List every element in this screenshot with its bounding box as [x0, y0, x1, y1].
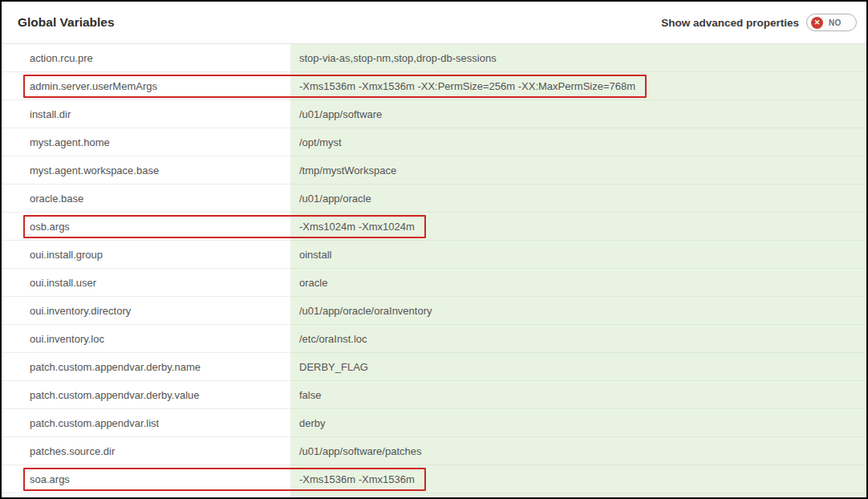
variable-name: osb.args	[30, 221, 70, 233]
table-row: patch.custom.appendvar.derby.name DERBY_…	[2, 353, 866, 381]
table-row: myst.agent.workspace.base /tmp/mystWorks…	[2, 156, 866, 185]
variable-name-cell: patch.custom.appendvar.derby.name	[2, 353, 290, 381]
variable-name-cell: oui.inventory.loc	[2, 325, 290, 353]
variable-value-cell[interactable]: /u01/app/software/patches	[290, 437, 866, 465]
table-row: oracle.base /u01/app/oracle	[2, 185, 866, 213]
variable-value: /u01/app/software/patches	[299, 445, 422, 457]
table-row: install.dir /u01/app/software	[2, 100, 866, 128]
variable-value: /etc/oraInst.loc	[299, 333, 367, 345]
variable-value-cell[interactable]: /opt/myst	[290, 128, 866, 156]
variable-value-cell[interactable]: /tmp/mystWorkspace	[290, 156, 866, 185]
table-row: oui.inventory.directory /u01/app/oracle/…	[2, 297, 866, 325]
variable-name-cell: patches.source.dir	[2, 437, 290, 465]
variable-value-cell[interactable]: stop-via-as,stop-nm,stop,drop-db-session…	[290, 44, 866, 72]
variable-value: -Xms1536m -Xmx1536m	[299, 473, 415, 485]
variable-name: soa.args	[30, 473, 70, 485]
variable-value-cell[interactable]: /u01/app/oracle/oraInventory	[290, 297, 866, 325]
table-row: osb.args -Xms1024m -Xmx1024m	[2, 213, 866, 241]
toggle-state-text: NO	[829, 18, 842, 27]
variable-name-cell: install.dir	[2, 100, 290, 128]
variable-name: patch.custom.appendvar.derby.value	[30, 389, 200, 401]
variable-name-cell: oui.install.group	[2, 241, 290, 269]
table-row: oui.install.user oracle	[2, 269, 866, 297]
x-circle-icon: ✕	[811, 17, 823, 29]
variable-value: derby	[299, 417, 326, 429]
variable-value-cell[interactable]: DERBY_FLAG	[290, 353, 866, 381]
variable-name: install.dir	[30, 108, 71, 120]
variable-value: false	[299, 389, 321, 401]
variable-name: patch.custom.appendvar.list	[30, 417, 159, 429]
variable-name: oui.install.user	[30, 277, 96, 289]
global-variables-window: Global Variables Show advanced propertie…	[0, 0, 868, 499]
variable-name: patches.source.dir	[30, 445, 115, 457]
variable-name-cell: soa.args	[2, 465, 290, 493]
table-row: soa.args -Xms1536m -Xmx1536m	[2, 465, 866, 493]
variable-name-cell: action.rcu.pre	[2, 44, 290, 72]
variable-value-cell[interactable]: /u01/app/software	[290, 100, 866, 128]
variable-value: -Xms1536m -Xmx1536m -XX:PermSize=256m -X…	[299, 80, 635, 92]
table-row: oui.install.group oinstall	[2, 241, 866, 269]
advanced-properties-toggle[interactable]: ✕ NO	[806, 14, 857, 31]
variable-value: oinstall	[299, 249, 331, 261]
variable-name: admin.server.userMemArgs	[30, 80, 157, 92]
header: Global Variables Show advanced propertie…	[2, 2, 866, 44]
variable-value-cell[interactable]: false	[290, 381, 866, 409]
variable-name-cell: myst.agent.home	[2, 128, 290, 156]
variable-value: /u01/app/software	[299, 108, 382, 120]
table-row: action.rcu.pre stop-via-as,stop-nm,stop,…	[2, 44, 866, 72]
variable-name: myst.agent.workspace.base	[30, 164, 159, 176]
variable-name: oui.install.group	[30, 249, 103, 261]
variable-value-cell[interactable]: /etc/oraInst.loc	[290, 325, 866, 353]
variable-name-cell: patch.custom.appendvar.derby.value	[2, 381, 290, 409]
variable-name-cell: admin.server.userMemArgs	[2, 72, 290, 100]
variable-value: /u01/app/oracle/oraInventory	[299, 305, 432, 317]
variable-name-cell: myst.agent.workspace.base	[2, 156, 290, 185]
variable-value: stop-via-as,stop-nm,stop,drop-db-session…	[299, 52, 497, 64]
variable-value: /tmp/mystWorkspace	[299, 164, 396, 176]
variable-name-cell: oracle.base	[2, 185, 290, 213]
variable-name-cell: patch.custom.appendvar.list	[2, 409, 290, 437]
toggle-label: Show advanced properties	[661, 17, 799, 29]
variable-value-cell[interactable]: -Xms1536m -Xmx1536m -XX:PermSize=256m -X…	[290, 72, 866, 100]
variable-name-cell: oui.inventory.directory	[2, 297, 290, 325]
advanced-properties-control: Show advanced properties ✕ NO	[661, 14, 857, 31]
variable-value-cell[interactable]: -Xms1024m -Xmx1024m	[290, 213, 866, 241]
variable-name: myst.agent.home	[30, 136, 110, 148]
table-row: patch.custom.appendvar.derby.value false	[2, 381, 866, 409]
table-row: myst.agent.home /opt/myst	[2, 128, 866, 156]
variable-name: oui.inventory.loc	[30, 333, 104, 345]
variable-name: oracle.base	[30, 193, 83, 205]
variable-value: /u01/app/oracle	[299, 193, 371, 205]
variable-value: -Xms1024m -Xmx1024m	[299, 221, 415, 233]
variable-value-cell[interactable]: derby	[290, 409, 866, 437]
table-row: oui.inventory.loc /etc/oraInst.loc	[2, 325, 866, 353]
variable-name: patch.custom.appendvar.derby.name	[30, 361, 201, 373]
variable-value: DERBY_FLAG	[299, 361, 368, 373]
variables-table: action.rcu.pre stop-via-as,stop-nm,stop,…	[2, 44, 866, 497]
variable-value: oracle	[299, 277, 327, 289]
variable-name: action.rcu.pre	[30, 52, 93, 64]
table-row: patches.source.dir /u01/app/software/pat…	[2, 437, 866, 465]
page-title: Global Variables	[18, 15, 115, 30]
variable-name-cell: osb.args	[2, 213, 290, 241]
variable-value-cell[interactable]: oracle	[290, 269, 866, 297]
variable-value-cell[interactable]: /u01/app/oracle	[290, 185, 866, 213]
variable-value-cell[interactable]: oinstall	[290, 241, 866, 269]
variable-value: /opt/myst	[299, 136, 342, 148]
variable-name-cell: oui.install.user	[2, 269, 290, 297]
variable-value-cell[interactable]: -Xms1536m -Xmx1536m	[290, 465, 866, 493]
table-row: admin.server.userMemArgs -Xms1536m -Xmx1…	[2, 72, 866, 100]
variable-name: oui.inventory.directory	[30, 305, 131, 317]
table-row: patch.custom.appendvar.list derby	[2, 409, 866, 437]
